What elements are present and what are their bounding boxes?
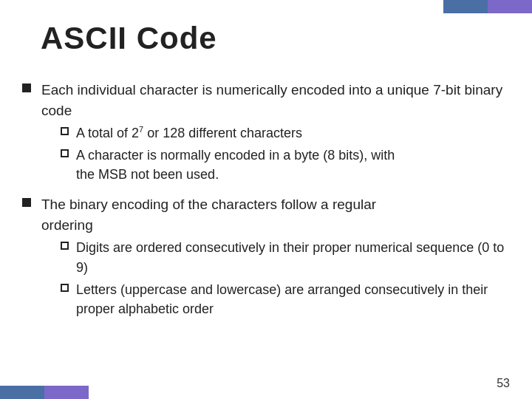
sub-bullet-1-2-text: A character is normally encoded in a byt… [76, 146, 395, 184]
page-number: 53 [497, 377, 510, 390]
sub-bullet-1-1: A total of 27 or 128 different character… [61, 123, 510, 143]
deco-block-blue-bottom [0, 386, 44, 399]
sub-bullet-1-1-text: A total of 27 or 128 different character… [76, 123, 302, 143]
sub-bullet-1-2: A character is normally encoded in a byt… [61, 146, 510, 184]
sub-bullet-2-1-text: Digits are ordered consecutively in thei… [76, 238, 510, 276]
sub-bullets-2: Digits are ordered consecutively in thei… [61, 238, 510, 318]
deco-top-right [443, 0, 532, 13]
deco-block-blue [443, 0, 488, 13]
sub-bullet-square-1-2 [61, 149, 69, 157]
deco-block-purple [488, 0, 532, 13]
sub-bullet-2-1: Digits are ordered consecutively in thei… [61, 238, 510, 276]
sub-bullet-2-2: Letters (uppercase and lowercase) are ar… [61, 280, 510, 318]
page-title: ASCII Code [41, 21, 217, 56]
bullet-1-main-text: Each individual character is numerically… [41, 82, 502, 118]
bullet-2-main-text: The binary encoding of the characters fo… [41, 197, 376, 233]
bullet-item-2: The binary encoding of the characters fo… [22, 194, 510, 321]
sub-bullet-square-1-1 [61, 127, 69, 135]
bullet-square-2 [22, 198, 31, 207]
deco-block-purple-bottom [44, 386, 89, 399]
sub-bullets-1: A total of 27 or 128 different character… [61, 123, 510, 184]
bullet-square-1 [22, 83, 31, 92]
content-area: Each individual character is numerically… [22, 80, 510, 369]
bullet-item-1: Each individual character is numerically… [22, 80, 510, 187]
sub-bullet-square-2-2 [61, 284, 69, 292]
sub-bullet-square-2-1 [61, 242, 69, 250]
sub-bullet-2-2-text: Letters (uppercase and lowercase) are ar… [76, 280, 510, 318]
deco-bottom-left [0, 386, 89, 399]
